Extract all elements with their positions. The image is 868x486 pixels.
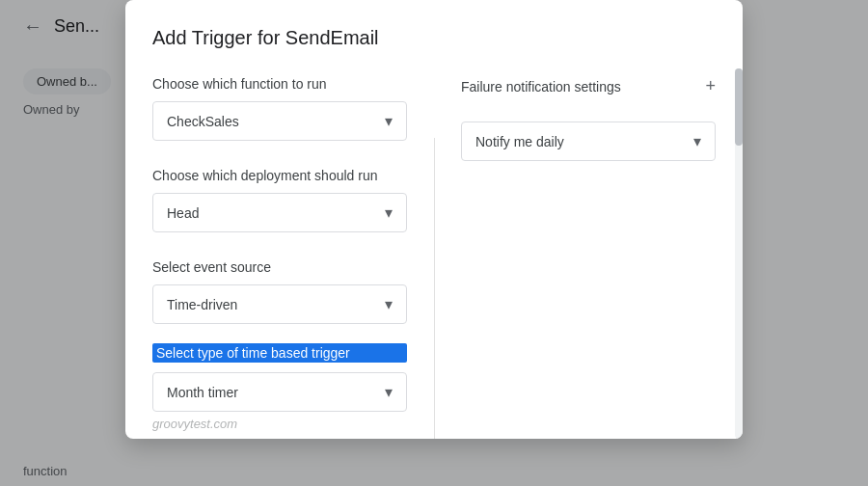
- event-section-label: Select event source: [152, 259, 407, 275]
- time-trigger-dropdown[interactable]: Month timer ▾: [152, 372, 407, 412]
- function-dropdown-value: CheckSales: [167, 114, 377, 129]
- modal-overlay: Add Trigger for SendEmail Choose which f…: [0, 0, 868, 486]
- scrollbar-track: [735, 68, 743, 439]
- watermark: groovytest.com: [152, 417, 237, 431]
- scrollbar-thumb[interactable]: [735, 68, 743, 146]
- modal-title: Add Trigger for SendEmail: [125, 0, 743, 68]
- modal-left-column: Choose which function to run CheckSales …: [125, 68, 434, 439]
- function-dropdown-arrow-icon: ▾: [385, 112, 393, 130]
- function-dropdown[interactable]: CheckSales ▾: [152, 101, 407, 141]
- failure-notification-header: Failure notification settings +: [461, 76, 716, 96]
- deployment-dropdown-value: Head: [167, 205, 377, 221]
- deployment-dropdown-arrow-icon: ▾: [385, 203, 393, 222]
- add-failure-notification-icon[interactable]: +: [705, 76, 716, 96]
- notify-dropdown-value: Notify me daily: [475, 134, 686, 149]
- time-trigger-dropdown-value: Month timer: [167, 385, 377, 400]
- deployment-dropdown[interactable]: Head ▾: [152, 193, 407, 232]
- event-dropdown-arrow-icon: ▾: [385, 295, 393, 313]
- time-trigger-dropdown-arrow-icon: ▾: [385, 383, 393, 401]
- failure-section-label: Failure notification settings: [461, 79, 621, 94]
- function-section-label: Choose which function to run: [152, 76, 407, 92]
- modal-body: Choose which function to run CheckSales …: [125, 68, 743, 439]
- notify-dropdown-arrow-icon: ▾: [693, 132, 701, 150]
- event-dropdown-value: Time-driven: [167, 297, 377, 312]
- modal-divider: [434, 138, 435, 439]
- deployment-section-label: Choose which deployment should run: [152, 168, 407, 183]
- notify-dropdown[interactable]: Notify me daily ▾: [461, 122, 716, 161]
- modal-dialog: Add Trigger for SendEmail Choose which f…: [125, 0, 743, 439]
- time-trigger-highlighted-label: Select type of time based trigger: [152, 343, 407, 363]
- modal-right-column: Failure notification settings + Notify m…: [434, 68, 743, 439]
- event-dropdown[interactable]: Time-driven ▾: [152, 284, 407, 324]
